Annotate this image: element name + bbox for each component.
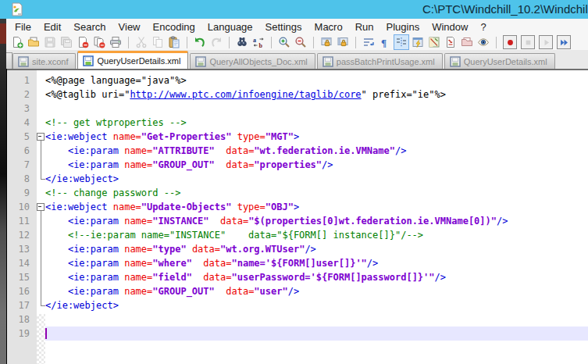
fold-collapse-marker[interactable] (37, 130, 45, 144)
sync-scroll-v-button[interactable] (319, 35, 333, 49)
find-replace-icon: ab (252, 36, 265, 48)
app-icon[interactable] (10, 2, 24, 16)
code-text[interactable] (45, 327, 588, 341)
zoom-out-button[interactable] (294, 35, 308, 49)
code-text[interactable]: <ie:param name="type" data="wt.org.WTUse… (45, 242, 588, 256)
menu-run[interactable]: Run (349, 20, 380, 34)
fold-minus-box[interactable] (37, 203, 45, 211)
save-button[interactable] (43, 35, 57, 49)
fold-margin-cell (37, 73, 45, 87)
macro-play-button[interactable] (539, 35, 553, 49)
zoom-in-button[interactable] (277, 35, 291, 49)
folder-as-workspace-button[interactable] (460, 35, 474, 49)
open-folder-button[interactable] (27, 35, 41, 49)
tab-passbatchprintusage-xml-3[interactable]: passBatchPrintUsage.xml (317, 53, 443, 69)
print-button[interactable] (109, 35, 123, 49)
cut-icon (135, 36, 148, 48)
code-text[interactable]: <ie:param name="GROUP_OUT" data="user"/> (45, 284, 588, 298)
menu-view[interactable]: View (112, 20, 147, 34)
code-text[interactable]: <ie:param name="field" data="userPasswor… (45, 270, 588, 284)
code-area[interactable]: 1<%@page language="java"%>2<%@taglib uri… (7, 73, 588, 341)
macro-run-multiple-button[interactable] (557, 35, 571, 49)
menu-language[interactable]: Language (201, 20, 259, 34)
function-list-button[interactable] (444, 35, 458, 49)
menu-file[interactable]: File (9, 20, 37, 34)
code-comment: <!-- change password --> (45, 187, 180, 198)
fold-minus-box[interactable] (37, 133, 45, 141)
code-text[interactable]: </ie:webject> (45, 298, 588, 312)
code-tag: <ie:param (68, 258, 119, 269)
menu-edit[interactable]: Edit (37, 20, 67, 34)
tab-queryuserdetails-xml-1[interactable]: QueryUserDetails.xml (77, 51, 188, 69)
cut-button[interactable] (134, 35, 148, 49)
code-text[interactable]: <!-- get wtproperties --> (45, 116, 588, 130)
close-button[interactable] (76, 35, 90, 49)
code-default: <%@page language="java"%> (45, 75, 187, 86)
fold-margin-cell (37, 256, 45, 270)
line-number: 12 (7, 228, 37, 242)
menu-window[interactable]: Window (426, 20, 474, 34)
menu-macro[interactable]: Macro (308, 20, 349, 34)
word-wrap-button[interactable] (362, 35, 376, 49)
code-text[interactable]: <ie:webject name="Get-Properties" type="… (45, 130, 588, 144)
tab-queryallobjects-doc-xml-2[interactable]: QueryAllObjects_Doc.xml (190, 53, 315, 69)
code-text[interactable]: <%@page language="java"%> (45, 73, 588, 87)
show-all-chars-icon: ¶ (379, 36, 391, 48)
monitoring-eye-button[interactable] (476, 35, 490, 49)
find-replace-button[interactable]: ab (251, 35, 265, 49)
show-all-chars-button[interactable]: ¶ (378, 35, 392, 49)
code-text[interactable]: <!-- change password --> (45, 186, 588, 200)
indent-guide-button[interactable] (394, 35, 408, 49)
undo-button[interactable] (193, 35, 207, 49)
close-all-button[interactable] (92, 35, 106, 49)
code-url[interactable]: http://www.ptc.com/infoengine/taglib/cor… (130, 89, 361, 100)
tab-site-xconf-0[interactable]: site.xconf (12, 53, 76, 69)
save-all-button[interactable] (59, 35, 73, 49)
code-text[interactable] (45, 312, 588, 327)
toolbar-separator (496, 37, 497, 48)
fold-margin-cell (37, 116, 45, 130)
code-value: "Update-Objects" (141, 202, 232, 212)
code-text[interactable]: <%@taglib uri="http://www.ptc.com/infoen… (45, 87, 588, 102)
code-line-12: 12 <!--ie:param name="INSTANCE" data="${… (7, 228, 588, 242)
title-bar[interactable]: C:\PTC\Windchill_10.2\Windchill\tasks\ (0, 0, 588, 19)
document-map-button[interactable] (427, 35, 441, 49)
code-text[interactable]: </ie:webject> (45, 172, 588, 186)
paste-button[interactable] (167, 35, 181, 49)
code-default (45, 272, 68, 283)
fold-margin-cell (37, 228, 45, 242)
find-button[interactable] (235, 35, 249, 49)
macro-play-icon (541, 37, 551, 48)
user-defined-dialog-button[interactable] (411, 35, 425, 49)
menu-help[interactable]: ? (474, 20, 492, 34)
menu-bar: FileEditSearchViewEncodingLanguageSettin… (6, 19, 588, 34)
code-text[interactable]: <ie:param name="ATTRIBUTE" data="wt.fede… (45, 144, 588, 158)
code-text[interactable]: <ie:webject name="Update-Objects" type="… (45, 200, 588, 214)
copy-button[interactable] (151, 35, 165, 49)
menu-settings[interactable]: Settings (259, 20, 308, 34)
code-line-16: 16 <ie:param name="GROUP_OUT" data="user… (7, 284, 588, 298)
code-text[interactable]: <ie:param name="INSTANCE" data="$(proper… (45, 214, 588, 228)
fold-collapse-marker[interactable] (37, 200, 45, 214)
code-tag: > (294, 202, 299, 212)
code-text[interactable]: <!--ie:param name="INSTANCE" data="${FOR… (45, 228, 588, 242)
code-text[interactable] (45, 102, 588, 116)
new-file-button[interactable] (10, 35, 24, 49)
sync-scroll-h-button[interactable] (336, 35, 350, 49)
saved-file-icon (450, 56, 461, 67)
code-tag: <ie:param (68, 216, 119, 227)
redo-button[interactable] (209, 35, 223, 49)
code-text[interactable]: <ie:param name="GROUP_OUT" data="propert… (45, 158, 588, 172)
macro-stop-button[interactable] (521, 35, 535, 49)
menu-encoding[interactable]: Encoding (147, 20, 201, 34)
code-text[interactable]: <ie:param name="where" data="name='${FOR… (45, 256, 588, 270)
menu-plugins[interactable]: Plugins (380, 20, 426, 34)
code-default (107, 202, 112, 212)
code-value: "where" (152, 258, 192, 269)
code-attribute: type= (237, 202, 265, 212)
macro-record-button[interactable] (503, 35, 517, 49)
tab-queryuserdetails-xml-4[interactable]: QueryUserDetails.xml (444, 53, 555, 69)
find-icon (236, 36, 248, 48)
code-attribute: name= (124, 159, 152, 170)
menu-search[interactable]: Search (67, 20, 112, 34)
